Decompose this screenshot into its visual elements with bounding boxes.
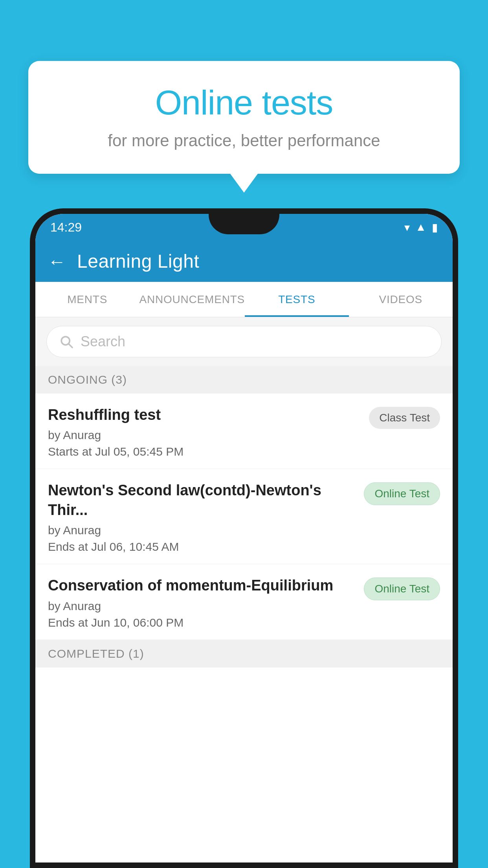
test-info-2: Newton's Second law(contd)-Newton's Thir… xyxy=(48,481,356,554)
tab-assignments[interactable]: MENTS xyxy=(35,282,139,317)
test-item-2[interactable]: Newton's Second law(contd)-Newton's Thir… xyxy=(35,469,453,564)
test-name-2: Newton's Second law(contd)-Newton's Thir… xyxy=(48,481,356,520)
test-author-2: by Anurag xyxy=(48,524,356,537)
bubble-subtitle: for more practice, better performance xyxy=(52,131,436,150)
section-completed-header: COMPLETED (1) xyxy=(35,640,453,668)
search-placeholder: Search xyxy=(81,333,125,350)
test-name-1: Reshuffling test xyxy=(48,405,361,425)
signal-icon: ▲ xyxy=(415,221,426,234)
app-header: ← Learning Light xyxy=(35,241,453,282)
search-bar[interactable]: Search xyxy=(46,326,442,357)
test-author-3: by Anurag xyxy=(48,600,356,613)
search-container: Search xyxy=(35,317,453,366)
wifi-icon: ▾ xyxy=(404,221,410,234)
search-icon xyxy=(59,335,73,349)
test-list: Reshuffling test by Anurag Starts at Jul… xyxy=(35,394,453,640)
section-completed-label: COMPLETED (1) xyxy=(48,647,144,660)
battery-icon: ▮ xyxy=(432,221,438,234)
svg-line-1 xyxy=(69,344,72,348)
test-info-1: Reshuffling test by Anurag Starts at Jul… xyxy=(48,405,361,458)
app-title: Learning Light xyxy=(77,250,199,272)
tab-bar: MENTS ANNOUNCEMENTS TESTS VIDEOS xyxy=(35,282,453,317)
test-item-3[interactable]: Conservation of momentum-Equilibrium by … xyxy=(35,564,453,640)
tab-announcements[interactable]: ANNOUNCEMENTS xyxy=(139,282,245,317)
tab-tests[interactable]: TESTS xyxy=(245,282,349,317)
test-item-1[interactable]: Reshuffling test by Anurag Starts at Jul… xyxy=(35,394,453,469)
test-badge-1: Class Test xyxy=(369,407,440,429)
tab-videos[interactable]: VIDEOS xyxy=(349,282,453,317)
phone-outer: 14:29 ▾ ▲ ▮ ← Learning Light MENTS ANNOU… xyxy=(30,208,458,868)
back-button[interactable]: ← xyxy=(48,251,66,272)
bubble-title: Online tests xyxy=(52,83,436,123)
test-author-1: by Anurag xyxy=(48,428,361,442)
status-icons: ▾ ▲ ▮ xyxy=(404,221,438,234)
section-ongoing-label: ONGOING (3) xyxy=(48,373,127,386)
speech-bubble: Online tests for more practice, better p… xyxy=(28,61,460,174)
test-date-3: Ends at Jun 10, 06:00 PM xyxy=(48,616,356,629)
test-date-2: Ends at Jul 06, 10:45 AM xyxy=(48,540,356,554)
test-badge-3: Online Test xyxy=(364,577,440,600)
test-badge-2: Online Test xyxy=(364,482,440,505)
test-name-3: Conservation of momentum-Equilibrium xyxy=(48,576,356,595)
section-ongoing-header: ONGOING (3) xyxy=(35,366,453,394)
phone-notch xyxy=(209,214,279,234)
phone-container: 14:29 ▾ ▲ ▮ ← Learning Light MENTS ANNOU… xyxy=(30,208,458,868)
test-info-3: Conservation of momentum-Equilibrium by … xyxy=(48,576,356,629)
status-time: 14:29 xyxy=(50,220,82,235)
phone-inner: 14:29 ▾ ▲ ▮ ← Learning Light MENTS ANNOU… xyxy=(35,214,453,862)
test-date-1: Starts at Jul 05, 05:45 PM xyxy=(48,445,361,458)
